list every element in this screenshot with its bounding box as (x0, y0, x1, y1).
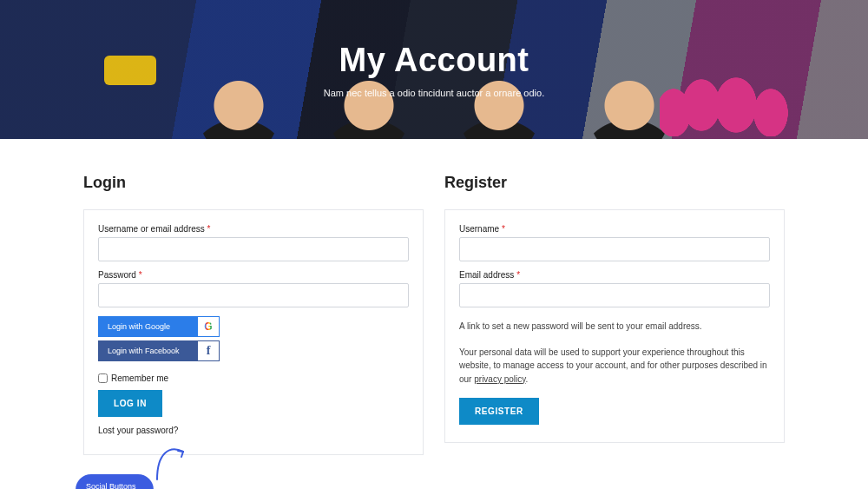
register-email-input[interactable] (459, 283, 770, 307)
remember-me-checkbox[interactable] (98, 373, 108, 383)
facebook-icon: f (198, 341, 219, 360)
login-password-label: Password * (98, 270, 409, 280)
login-with-google-button[interactable]: Login with Google G (98, 316, 220, 337)
login-with-facebook-button[interactable]: Login with Facebook f (98, 340, 220, 361)
facebook-button-label: Login with Facebook (99, 347, 198, 355)
google-icon: G (198, 317, 219, 336)
register-card: Username * Email address * A link to set… (444, 209, 785, 443)
register-note-link-sent: A link to set a new password will be sen… (459, 320, 770, 334)
page-title: My Account (339, 42, 529, 79)
login-username-label: Username or email address * (98, 224, 409, 234)
remember-me-row[interactable]: Remember me (98, 373, 409, 383)
register-column: Register Username * Email address * A li… (444, 174, 785, 455)
register-username-label: Username * (459, 224, 770, 234)
register-submit-button[interactable]: REGISTER (459, 398, 539, 425)
register-heading: Register (444, 174, 785, 192)
remember-me-label: Remember me (111, 373, 168, 383)
lost-password-link[interactable]: Lost your password? (98, 426, 178, 435)
register-email-label: Email address * (459, 270, 770, 280)
register-privacy-note: Your personal data will be used to suppo… (459, 346, 770, 387)
login-column: Login Username or email address * Passwo… (83, 174, 424, 455)
login-submit-button[interactable]: LOG IN (98, 390, 162, 417)
page-subtitle: Nam nec tellus a odio tincidunt auctor a… (324, 88, 544, 98)
register-username-input[interactable] (459, 237, 770, 261)
login-username-input[interactable] (98, 237, 409, 261)
login-heading: Login (83, 174, 424, 192)
google-button-label: Login with Google (99, 322, 198, 331)
login-password-input[interactable] (98, 283, 409, 307)
privacy-policy-link[interactable]: privacy policy (474, 374, 525, 384)
hero-banner: My Account Nam nec tellus a odio tincidu… (0, 0, 868, 139)
login-card: Username or email address * Password * L… (83, 209, 424, 455)
